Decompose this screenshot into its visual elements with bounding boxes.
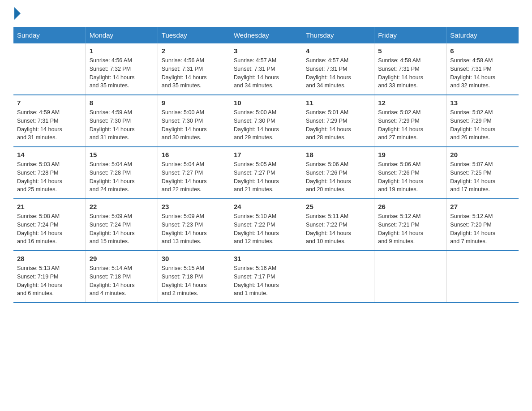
week-row-3: 14Sunrise: 5:03 AM Sunset: 7:28 PM Dayli… xyxy=(13,147,519,199)
calendar-cell: 18Sunrise: 5:06 AM Sunset: 7:26 PM Dayli… xyxy=(302,147,374,199)
calendar-cell: 24Sunrise: 5:10 AM Sunset: 7:22 PM Dayli… xyxy=(230,199,302,251)
calendar-cell xyxy=(13,43,86,95)
calendar-cell: 20Sunrise: 5:07 AM Sunset: 7:25 PM Dayli… xyxy=(446,147,519,199)
calendar-cell: 2Sunrise: 4:56 AM Sunset: 7:31 PM Daylig… xyxy=(158,43,230,95)
day-info: Sunrise: 5:06 AM Sunset: 7:26 PM Dayligh… xyxy=(306,160,370,194)
day-info: Sunrise: 5:01 AM Sunset: 7:29 PM Dayligh… xyxy=(306,108,370,142)
logo xyxy=(13,9,21,18)
day-info: Sunrise: 5:12 AM Sunset: 7:21 PM Dayligh… xyxy=(378,212,442,246)
day-number: 31 xyxy=(234,255,298,262)
calendar-cell: 27Sunrise: 5:12 AM Sunset: 7:20 PM Dayli… xyxy=(446,199,519,251)
day-number: 14 xyxy=(17,151,82,158)
day-info: Sunrise: 4:56 AM Sunset: 7:31 PM Dayligh… xyxy=(162,56,226,90)
day-number: 15 xyxy=(90,151,154,158)
header-wednesday: Wednesday xyxy=(230,27,302,43)
day-number: 2 xyxy=(162,47,226,55)
calendar-cell: 15Sunrise: 5:04 AM Sunset: 7:28 PM Dayli… xyxy=(86,147,158,199)
day-number: 30 xyxy=(162,255,226,262)
calendar-cell: 28Sunrise: 5:13 AM Sunset: 7:19 PM Dayli… xyxy=(13,251,86,303)
calendar-cell: 4Sunrise: 4:57 AM Sunset: 7:31 PM Daylig… xyxy=(302,43,374,95)
day-info: Sunrise: 5:16 AM Sunset: 7:17 PM Dayligh… xyxy=(234,264,298,298)
day-info: Sunrise: 5:09 AM Sunset: 7:23 PM Dayligh… xyxy=(162,212,226,246)
calendar-cell: 12Sunrise: 5:02 AM Sunset: 7:29 PM Dayli… xyxy=(374,95,446,147)
calendar-table: SundayMondayTuesdayWednesdayThursdayFrid… xyxy=(13,27,519,303)
day-number: 26 xyxy=(378,203,442,210)
day-info: Sunrise: 5:03 AM Sunset: 7:28 PM Dayligh… xyxy=(17,160,82,194)
calendar-cell: 5Sunrise: 4:58 AM Sunset: 7:31 PM Daylig… xyxy=(374,43,446,95)
day-info: Sunrise: 5:04 AM Sunset: 7:28 PM Dayligh… xyxy=(90,160,154,194)
day-number: 9 xyxy=(162,99,226,107)
day-info: Sunrise: 5:02 AM Sunset: 7:29 PM Dayligh… xyxy=(378,108,442,142)
day-number: 12 xyxy=(378,99,442,107)
day-number: 6 xyxy=(450,47,515,55)
day-number: 21 xyxy=(17,203,82,210)
header-thursday: Thursday xyxy=(302,27,374,43)
day-info: Sunrise: 5:09 AM Sunset: 7:24 PM Dayligh… xyxy=(90,212,154,246)
header-saturday: Saturday xyxy=(446,27,519,43)
day-number: 11 xyxy=(306,99,370,107)
page-header xyxy=(13,9,519,18)
calendar-cell: 25Sunrise: 5:11 AM Sunset: 7:22 PM Dayli… xyxy=(302,199,374,251)
calendar-cell: 22Sunrise: 5:09 AM Sunset: 7:24 PM Dayli… xyxy=(86,199,158,251)
day-info: Sunrise: 5:06 AM Sunset: 7:26 PM Dayligh… xyxy=(378,160,442,194)
day-number: 13 xyxy=(450,99,515,107)
day-number: 18 xyxy=(306,151,370,158)
calendar-cell xyxy=(374,251,446,303)
day-number: 23 xyxy=(162,203,226,210)
day-info: Sunrise: 5:10 AM Sunset: 7:22 PM Dayligh… xyxy=(234,212,298,246)
day-number: 3 xyxy=(234,47,298,55)
day-info: Sunrise: 5:08 AM Sunset: 7:24 PM Dayligh… xyxy=(17,212,82,246)
calendar-cell: 19Sunrise: 5:06 AM Sunset: 7:26 PM Dayli… xyxy=(374,147,446,199)
day-info: Sunrise: 5:11 AM Sunset: 7:22 PM Dayligh… xyxy=(306,212,370,246)
calendar-cell: 13Sunrise: 5:02 AM Sunset: 7:29 PM Dayli… xyxy=(446,95,519,147)
week-row-5: 28Sunrise: 5:13 AM Sunset: 7:19 PM Dayli… xyxy=(13,251,519,303)
day-info: Sunrise: 5:13 AM Sunset: 7:19 PM Dayligh… xyxy=(17,264,82,298)
day-info: Sunrise: 4:58 AM Sunset: 7:31 PM Dayligh… xyxy=(450,56,515,90)
day-info: Sunrise: 5:00 AM Sunset: 7:30 PM Dayligh… xyxy=(234,108,298,142)
calendar-cell: 30Sunrise: 5:15 AM Sunset: 7:18 PM Dayli… xyxy=(158,251,230,303)
day-number: 8 xyxy=(90,99,154,107)
day-info: Sunrise: 5:04 AM Sunset: 7:27 PM Dayligh… xyxy=(162,160,226,194)
calendar-cell: 9Sunrise: 5:00 AM Sunset: 7:30 PM Daylig… xyxy=(158,95,230,147)
day-info: Sunrise: 4:57 AM Sunset: 7:31 PM Dayligh… xyxy=(306,56,370,90)
calendar-cell xyxy=(446,251,519,303)
week-row-2: 7Sunrise: 4:59 AM Sunset: 7:31 PM Daylig… xyxy=(13,95,519,147)
day-info: Sunrise: 5:05 AM Sunset: 7:27 PM Dayligh… xyxy=(234,160,298,194)
day-info: Sunrise: 5:00 AM Sunset: 7:30 PM Dayligh… xyxy=(162,108,226,142)
header-friday: Friday xyxy=(374,27,446,43)
day-info: Sunrise: 4:59 AM Sunset: 7:30 PM Dayligh… xyxy=(90,108,154,142)
day-number: 28 xyxy=(17,255,82,262)
day-info: Sunrise: 4:58 AM Sunset: 7:31 PM Dayligh… xyxy=(378,56,442,90)
day-number: 29 xyxy=(90,255,154,262)
day-info: Sunrise: 5:07 AM Sunset: 7:25 PM Dayligh… xyxy=(450,160,515,194)
calendar-header: SundayMondayTuesdayWednesdayThursdayFrid… xyxy=(13,27,519,43)
week-row-1: 1Sunrise: 4:56 AM Sunset: 7:32 PM Daylig… xyxy=(13,43,519,95)
day-info: Sunrise: 5:15 AM Sunset: 7:18 PM Dayligh… xyxy=(162,264,226,298)
day-number: 10 xyxy=(234,99,298,107)
calendar-cell: 7Sunrise: 4:59 AM Sunset: 7:31 PM Daylig… xyxy=(13,95,86,147)
day-info: Sunrise: 4:59 AM Sunset: 7:31 PM Dayligh… xyxy=(17,108,82,142)
calendar-cell: 8Sunrise: 4:59 AM Sunset: 7:30 PM Daylig… xyxy=(86,95,158,147)
day-number: 19 xyxy=(378,151,442,158)
day-info: Sunrise: 5:14 AM Sunset: 7:18 PM Dayligh… xyxy=(90,264,154,298)
header-sunday: Sunday xyxy=(13,27,86,43)
calendar-cell: 6Sunrise: 4:58 AM Sunset: 7:31 PM Daylig… xyxy=(446,43,519,95)
calendar-cell: 14Sunrise: 5:03 AM Sunset: 7:28 PM Dayli… xyxy=(13,147,86,199)
day-info: Sunrise: 5:12 AM Sunset: 7:20 PM Dayligh… xyxy=(450,212,515,246)
day-number: 5 xyxy=(378,47,442,55)
day-number: 17 xyxy=(234,151,298,158)
calendar-cell: 26Sunrise: 5:12 AM Sunset: 7:21 PM Dayli… xyxy=(374,199,446,251)
calendar-cell: 16Sunrise: 5:04 AM Sunset: 7:27 PM Dayli… xyxy=(158,147,230,199)
calendar-cell: 1Sunrise: 4:56 AM Sunset: 7:32 PM Daylig… xyxy=(86,43,158,95)
calendar-cell: 3Sunrise: 4:57 AM Sunset: 7:31 PM Daylig… xyxy=(230,43,302,95)
day-number: 22 xyxy=(90,203,154,210)
calendar-cell xyxy=(302,251,374,303)
day-number: 27 xyxy=(450,203,515,210)
day-number: 7 xyxy=(17,99,82,107)
day-info: Sunrise: 4:56 AM Sunset: 7:32 PM Dayligh… xyxy=(90,56,154,90)
day-number: 25 xyxy=(306,203,370,210)
calendar-cell: 17Sunrise: 5:05 AM Sunset: 7:27 PM Dayli… xyxy=(230,147,302,199)
day-number: 16 xyxy=(162,151,226,158)
week-row-4: 21Sunrise: 5:08 AM Sunset: 7:24 PM Dayli… xyxy=(13,199,519,251)
day-number: 24 xyxy=(234,203,298,210)
